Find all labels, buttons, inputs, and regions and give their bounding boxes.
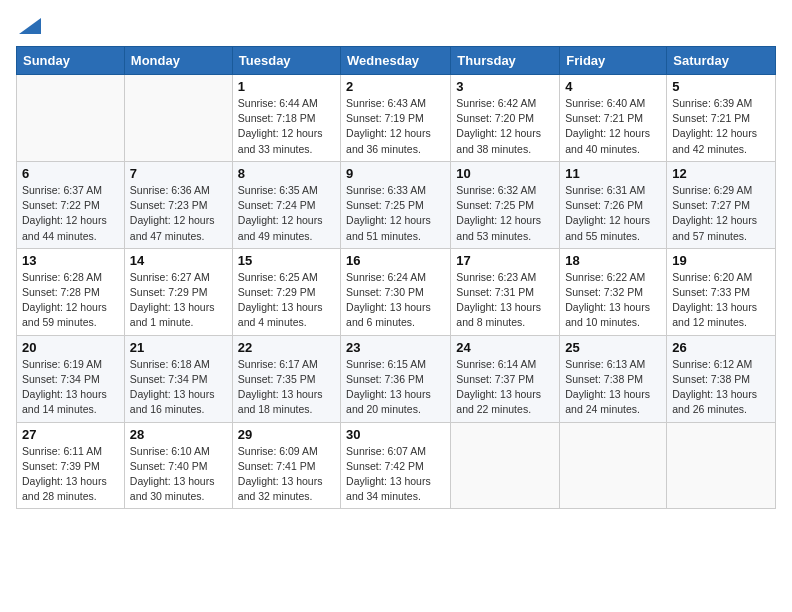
day-info: Sunrise: 6:14 AM Sunset: 7:37 PM Dayligh… — [456, 357, 554, 418]
day-cell: 24Sunrise: 6:14 AM Sunset: 7:37 PM Dayli… — [451, 335, 560, 422]
weekday-header-monday: Monday — [124, 47, 232, 75]
day-info: Sunrise: 6:43 AM Sunset: 7:19 PM Dayligh… — [346, 96, 445, 157]
day-cell: 13Sunrise: 6:28 AM Sunset: 7:28 PM Dayli… — [17, 248, 125, 335]
day-cell: 29Sunrise: 6:09 AM Sunset: 7:41 PM Dayli… — [232, 422, 340, 509]
day-cell — [560, 422, 667, 509]
day-number: 27 — [22, 427, 119, 442]
week-row-1: 1Sunrise: 6:44 AM Sunset: 7:18 PM Daylig… — [17, 75, 776, 162]
weekday-header-saturday: Saturday — [667, 47, 776, 75]
day-number: 6 — [22, 166, 119, 181]
week-row-3: 13Sunrise: 6:28 AM Sunset: 7:28 PM Dayli… — [17, 248, 776, 335]
day-cell: 2Sunrise: 6:43 AM Sunset: 7:19 PM Daylig… — [341, 75, 451, 162]
logo — [16, 16, 41, 34]
day-info: Sunrise: 6:29 AM Sunset: 7:27 PM Dayligh… — [672, 183, 770, 244]
day-cell: 23Sunrise: 6:15 AM Sunset: 7:36 PM Dayli… — [341, 335, 451, 422]
day-cell: 27Sunrise: 6:11 AM Sunset: 7:39 PM Dayli… — [17, 422, 125, 509]
weekday-header-wednesday: Wednesday — [341, 47, 451, 75]
day-cell: 14Sunrise: 6:27 AM Sunset: 7:29 PM Dayli… — [124, 248, 232, 335]
day-info: Sunrise: 6:07 AM Sunset: 7:42 PM Dayligh… — [346, 444, 445, 505]
day-number: 22 — [238, 340, 335, 355]
day-cell: 1Sunrise: 6:44 AM Sunset: 7:18 PM Daylig… — [232, 75, 340, 162]
day-info: Sunrise: 6:15 AM Sunset: 7:36 PM Dayligh… — [346, 357, 445, 418]
day-cell: 17Sunrise: 6:23 AM Sunset: 7:31 PM Dayli… — [451, 248, 560, 335]
day-number: 17 — [456, 253, 554, 268]
svg-marker-0 — [19, 18, 41, 34]
day-cell: 21Sunrise: 6:18 AM Sunset: 7:34 PM Dayli… — [124, 335, 232, 422]
day-cell: 6Sunrise: 6:37 AM Sunset: 7:22 PM Daylig… — [17, 161, 125, 248]
day-cell: 22Sunrise: 6:17 AM Sunset: 7:35 PM Dayli… — [232, 335, 340, 422]
day-number: 7 — [130, 166, 227, 181]
day-number: 25 — [565, 340, 661, 355]
day-cell: 5Sunrise: 6:39 AM Sunset: 7:21 PM Daylig… — [667, 75, 776, 162]
day-cell: 8Sunrise: 6:35 AM Sunset: 7:24 PM Daylig… — [232, 161, 340, 248]
day-number: 30 — [346, 427, 445, 442]
day-cell: 28Sunrise: 6:10 AM Sunset: 7:40 PM Dayli… — [124, 422, 232, 509]
day-info: Sunrise: 6:40 AM Sunset: 7:21 PM Dayligh… — [565, 96, 661, 157]
weekday-header-friday: Friday — [560, 47, 667, 75]
day-number: 26 — [672, 340, 770, 355]
day-cell — [667, 422, 776, 509]
day-number: 21 — [130, 340, 227, 355]
day-number: 9 — [346, 166, 445, 181]
day-cell: 18Sunrise: 6:22 AM Sunset: 7:32 PM Dayli… — [560, 248, 667, 335]
day-info: Sunrise: 6:23 AM Sunset: 7:31 PM Dayligh… — [456, 270, 554, 331]
day-info: Sunrise: 6:31 AM Sunset: 7:26 PM Dayligh… — [565, 183, 661, 244]
day-number: 8 — [238, 166, 335, 181]
day-cell — [451, 422, 560, 509]
day-info: Sunrise: 6:27 AM Sunset: 7:29 PM Dayligh… — [130, 270, 227, 331]
day-info: Sunrise: 6:18 AM Sunset: 7:34 PM Dayligh… — [130, 357, 227, 418]
day-cell: 3Sunrise: 6:42 AM Sunset: 7:20 PM Daylig… — [451, 75, 560, 162]
day-cell — [124, 75, 232, 162]
day-info: Sunrise: 6:17 AM Sunset: 7:35 PM Dayligh… — [238, 357, 335, 418]
day-number: 14 — [130, 253, 227, 268]
day-number: 3 — [456, 79, 554, 94]
day-number: 11 — [565, 166, 661, 181]
day-cell: 19Sunrise: 6:20 AM Sunset: 7:33 PM Dayli… — [667, 248, 776, 335]
day-cell: 16Sunrise: 6:24 AM Sunset: 7:30 PM Dayli… — [341, 248, 451, 335]
logo-icon — [19, 18, 41, 34]
day-info: Sunrise: 6:36 AM Sunset: 7:23 PM Dayligh… — [130, 183, 227, 244]
day-info: Sunrise: 6:42 AM Sunset: 7:20 PM Dayligh… — [456, 96, 554, 157]
day-number: 23 — [346, 340, 445, 355]
week-row-2: 6Sunrise: 6:37 AM Sunset: 7:22 PM Daylig… — [17, 161, 776, 248]
day-info: Sunrise: 6:09 AM Sunset: 7:41 PM Dayligh… — [238, 444, 335, 505]
day-info: Sunrise: 6:44 AM Sunset: 7:18 PM Dayligh… — [238, 96, 335, 157]
day-info: Sunrise: 6:33 AM Sunset: 7:25 PM Dayligh… — [346, 183, 445, 244]
day-info: Sunrise: 6:37 AM Sunset: 7:22 PM Dayligh… — [22, 183, 119, 244]
day-cell: 12Sunrise: 6:29 AM Sunset: 7:27 PM Dayli… — [667, 161, 776, 248]
weekday-header-tuesday: Tuesday — [232, 47, 340, 75]
day-number: 10 — [456, 166, 554, 181]
day-number: 18 — [565, 253, 661, 268]
weekday-header-thursday: Thursday — [451, 47, 560, 75]
week-row-4: 20Sunrise: 6:19 AM Sunset: 7:34 PM Dayli… — [17, 335, 776, 422]
day-number: 24 — [456, 340, 554, 355]
day-cell: 10Sunrise: 6:32 AM Sunset: 7:25 PM Dayli… — [451, 161, 560, 248]
day-cell: 25Sunrise: 6:13 AM Sunset: 7:38 PM Dayli… — [560, 335, 667, 422]
day-info: Sunrise: 6:10 AM Sunset: 7:40 PM Dayligh… — [130, 444, 227, 505]
day-number: 28 — [130, 427, 227, 442]
day-cell: 9Sunrise: 6:33 AM Sunset: 7:25 PM Daylig… — [341, 161, 451, 248]
day-cell: 20Sunrise: 6:19 AM Sunset: 7:34 PM Dayli… — [17, 335, 125, 422]
day-number: 29 — [238, 427, 335, 442]
day-cell: 7Sunrise: 6:36 AM Sunset: 7:23 PM Daylig… — [124, 161, 232, 248]
day-info: Sunrise: 6:12 AM Sunset: 7:38 PM Dayligh… — [672, 357, 770, 418]
day-number: 4 — [565, 79, 661, 94]
day-cell: 26Sunrise: 6:12 AM Sunset: 7:38 PM Dayli… — [667, 335, 776, 422]
calendar-table: SundayMondayTuesdayWednesdayThursdayFrid… — [16, 46, 776, 509]
day-info: Sunrise: 6:24 AM Sunset: 7:30 PM Dayligh… — [346, 270, 445, 331]
day-info: Sunrise: 6:22 AM Sunset: 7:32 PM Dayligh… — [565, 270, 661, 331]
day-cell: 30Sunrise: 6:07 AM Sunset: 7:42 PM Dayli… — [341, 422, 451, 509]
weekday-header-sunday: Sunday — [17, 47, 125, 75]
day-info: Sunrise: 6:25 AM Sunset: 7:29 PM Dayligh… — [238, 270, 335, 331]
day-number: 1 — [238, 79, 335, 94]
day-cell: 11Sunrise: 6:31 AM Sunset: 7:26 PM Dayli… — [560, 161, 667, 248]
day-info: Sunrise: 6:13 AM Sunset: 7:38 PM Dayligh… — [565, 357, 661, 418]
day-cell: 15Sunrise: 6:25 AM Sunset: 7:29 PM Dayli… — [232, 248, 340, 335]
weekday-header-row: SundayMondayTuesdayWednesdayThursdayFrid… — [17, 47, 776, 75]
week-row-5: 27Sunrise: 6:11 AM Sunset: 7:39 PM Dayli… — [17, 422, 776, 509]
day-cell — [17, 75, 125, 162]
day-info: Sunrise: 6:28 AM Sunset: 7:28 PM Dayligh… — [22, 270, 119, 331]
day-number: 5 — [672, 79, 770, 94]
day-info: Sunrise: 6:35 AM Sunset: 7:24 PM Dayligh… — [238, 183, 335, 244]
day-cell: 4Sunrise: 6:40 AM Sunset: 7:21 PM Daylig… — [560, 75, 667, 162]
